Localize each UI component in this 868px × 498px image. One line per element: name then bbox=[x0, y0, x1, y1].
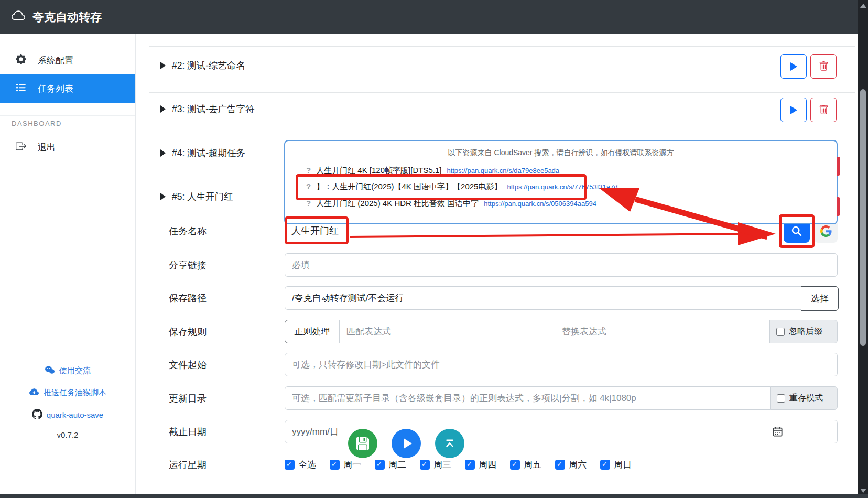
checkbox-checked[interactable] bbox=[600, 460, 610, 470]
option-label: 周三 bbox=[433, 459, 451, 471]
option-label: 周一 bbox=[343, 459, 361, 471]
file-start-input[interactable] bbox=[285, 353, 838, 376]
checkbox-checked[interactable] bbox=[285, 460, 295, 470]
page-scrollbar[interactable] bbox=[858, 0, 868, 498]
sidebar-link-github[interactable]: quark-auto-save bbox=[0, 408, 135, 421]
field-label: 任务名称 bbox=[169, 225, 207, 236]
search-result-item[interactable]: ? 人生开门红 (2025) 4K HDR 杜比音效 国语中字 https://… bbox=[306, 199, 596, 209]
replace-input[interactable] bbox=[555, 320, 770, 343]
save-task-fab[interactable] bbox=[348, 429, 377, 458]
app-header: 夸克自动转存 bbox=[0, 0, 858, 34]
checkbox-unchecked[interactable] bbox=[776, 328, 785, 336]
floppy-save-icon bbox=[356, 437, 369, 450]
share-link-input[interactable] bbox=[285, 253, 838, 277]
checkbox-checked[interactable] bbox=[375, 460, 385, 470]
scrollbar-down-arrow-icon[interactable] bbox=[860, 489, 866, 493]
chevron-up-to-line-icon bbox=[444, 438, 455, 449]
task-row-header[interactable]: #5: 人生开门红 bbox=[160, 190, 233, 203]
weekday-option-all[interactable]: 全选 bbox=[285, 459, 316, 471]
sidebar-link-label: 推送任务油猴脚本 bbox=[44, 388, 106, 398]
delete-task-button[interactable] bbox=[810, 98, 837, 122]
sidebar-link-chat[interactable]: 使用交流 bbox=[0, 364, 135, 377]
field-label: 更新目录 bbox=[169, 392, 207, 404]
weekday-checkbox-group: 全选 周一 周二 周三 周四 周五 周六 周日 bbox=[285, 459, 632, 471]
page-bottom-edge bbox=[0, 494, 868, 498]
expand-triangle-icon bbox=[160, 62, 166, 69]
regex-mode-button[interactable]: 正则处理 bbox=[285, 320, 340, 343]
task-row-header[interactable]: #4: 测试-超期任务 bbox=[160, 147, 245, 159]
play-icon bbox=[790, 62, 797, 71]
result-title: 人生开门红 (2025) 4K HDR 杜比音效 国语中字 bbox=[316, 199, 479, 209]
option-label: 全选 bbox=[298, 459, 316, 471]
sidebar-item-label: 系统配置 bbox=[38, 55, 73, 67]
weekday-option-sun[interactable]: 周日 bbox=[600, 459, 632, 471]
choose-path-button[interactable]: 选择 bbox=[801, 286, 839, 311]
scrollbar-thumb[interactable] bbox=[860, 89, 866, 346]
sidebar-link-push-script[interactable]: 推送任务油猴脚本 bbox=[0, 386, 135, 399]
save-path-input[interactable] bbox=[285, 286, 801, 310]
sidebar-item-system-config[interactable]: 系统配置 bbox=[0, 47, 135, 73]
search-results-popup: 以下资源来自 CloudSaver 搜索，请自行辨识，如有侵权请联系资源方 ? … bbox=[284, 140, 838, 224]
github-icon bbox=[32, 409, 42, 421]
checkbox-unchecked[interactable] bbox=[777, 394, 785, 403]
field-label: 运行星期 bbox=[169, 459, 207, 470]
result-link[interactable]: https://pan.quark.cn/s/0506394aa594 bbox=[484, 200, 596, 208]
search-result-item[interactable]: ? 人生开门红 4K [120帧率版][DTS5.1] https://pan.… bbox=[306, 166, 559, 176]
sidebar-item-task-list[interactable]: 任务列表 bbox=[0, 74, 135, 103]
cloud-icon bbox=[29, 387, 39, 398]
task-row-header[interactable]: #2: 测试-综艺命名 bbox=[160, 59, 245, 72]
weekday-option-tue[interactable]: 周二 bbox=[375, 459, 406, 471]
run-now-fab[interactable] bbox=[392, 429, 421, 458]
option-label: 周二 bbox=[388, 459, 406, 471]
checkbox-checked[interactable] bbox=[420, 460, 430, 470]
weekday-option-mon[interactable]: 周一 bbox=[330, 459, 361, 471]
unknown-favicon-icon: ? bbox=[306, 199, 311, 208]
calendar-icon[interactable] bbox=[772, 426, 783, 439]
google-g-icon bbox=[820, 225, 832, 237]
search-result-item[interactable]: ? 】：人生开门红(2025)【4K 国语中字】【2025电影】 https:/… bbox=[306, 182, 617, 192]
expand-triangle-icon bbox=[160, 105, 166, 113]
weekday-option-wed[interactable]: 周三 bbox=[420, 459, 451, 471]
checkbox-checked[interactable] bbox=[465, 460, 475, 470]
ignore-suffix-option[interactable]: 忽略后缀 bbox=[769, 320, 838, 343]
row-divider bbox=[149, 46, 855, 47]
weekday-option-thu[interactable]: 周四 bbox=[465, 459, 496, 471]
gear-icon bbox=[16, 54, 26, 67]
task-title: #3: 测试-去广告字符 bbox=[172, 103, 255, 115]
field-label: 保存路径 bbox=[169, 292, 207, 304]
field-label: 分享链接 bbox=[169, 259, 207, 270]
sidebar-item-label: 退出 bbox=[38, 142, 56, 154]
sidebar-item-logout[interactable]: 退出 bbox=[0, 135, 135, 159]
expand-triangle-icon bbox=[160, 149, 166, 157]
app-logo: 夸克自动转存 bbox=[0, 9, 102, 26]
hidden-delete-button-edge bbox=[837, 157, 840, 176]
play-icon bbox=[790, 106, 797, 114]
run-task-button[interactable] bbox=[780, 54, 807, 79]
task-title: #4: 测试-超期任务 bbox=[172, 147, 245, 159]
delete-task-button[interactable] bbox=[810, 54, 837, 79]
result-link[interactable]: https://pan.quark.cn/s/da79e8ee5ada bbox=[447, 167, 559, 175]
checkbox-checked[interactable] bbox=[510, 460, 520, 470]
logout-icon bbox=[16, 141, 26, 154]
option-label: 周四 bbox=[479, 459, 496, 471]
update-dirs-input[interactable] bbox=[285, 386, 771, 410]
task-title: #2: 测试-综艺命名 bbox=[172, 59, 245, 72]
cloud-logo-icon bbox=[10, 9, 26, 26]
weekday-option-fri[interactable]: 周五 bbox=[510, 459, 541, 471]
field-label: 文件起始 bbox=[169, 359, 207, 370]
app-version: v0.7.2 bbox=[0, 430, 135, 439]
task-row-header[interactable]: #3: 测试-去广告字符 bbox=[160, 103, 255, 115]
play-icon bbox=[404, 438, 412, 449]
result-link[interactable]: https://pan.quark.cn/s/776753f31a7d bbox=[507, 183, 617, 191]
scrollbar-up-arrow-icon[interactable] bbox=[860, 4, 866, 8]
option-label: 忽略后缀 bbox=[789, 326, 822, 337]
wechat-icon bbox=[45, 365, 55, 376]
checkbox-checked[interactable] bbox=[555, 460, 565, 470]
list-icon bbox=[16, 82, 26, 95]
resave-mode-option[interactable]: 重存模式 bbox=[770, 386, 838, 410]
pattern-input[interactable] bbox=[339, 320, 555, 343]
weekday-option-sat[interactable]: 周六 bbox=[555, 459, 587, 471]
scroll-to-top-fab[interactable] bbox=[435, 429, 464, 458]
checkbox-checked[interactable] bbox=[330, 460, 340, 470]
run-task-button[interactable] bbox=[780, 98, 807, 122]
